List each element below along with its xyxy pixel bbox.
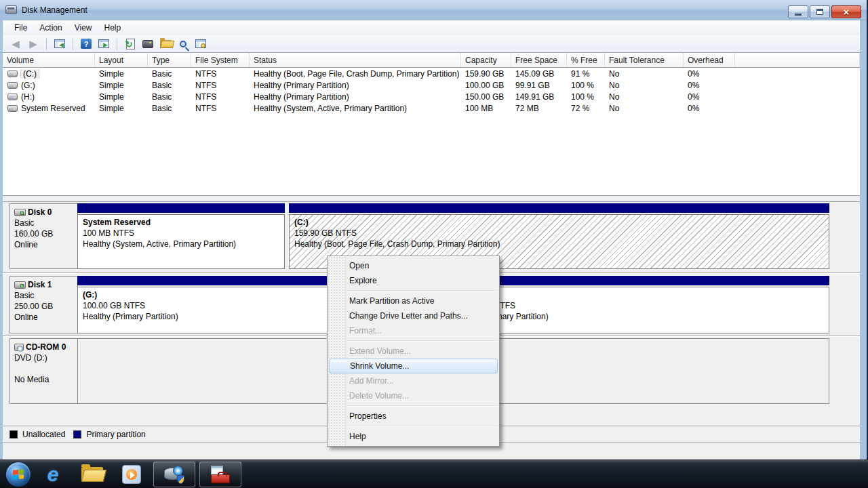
disk-settings-button[interactable]: [140, 37, 155, 51]
console-tree-button[interactable]: ◀: [52, 37, 67, 51]
disk-status: No Media: [14, 374, 73, 385]
folder-icon: [81, 467, 103, 482]
menu-separator: [347, 340, 498, 342]
menu-help[interactable]: Help: [98, 21, 127, 35]
cdrom0-label[interactable]: CD-ROM 0 DVD (D:) No Media: [9, 338, 78, 404]
partition-h[interactable]: (H:) 150.00 GB NTFS Healthy (Primary Par…: [448, 276, 829, 333]
start-button[interactable]: [5, 462, 31, 487]
type-cell: Basic: [148, 81, 191, 90]
taskbar-items: e: [0, 461, 241, 488]
fault-tolerance-cell: No: [605, 104, 684, 113]
volume-list-header: Volume Layout Type File System Status Ca…: [3, 53, 860, 68]
toolbox-icon: [210, 466, 231, 483]
menu-separator: [347, 426, 498, 427]
column-header-layout[interactable]: Layout: [95, 53, 148, 67]
pct-free-cell: 72 %: [567, 104, 605, 113]
media-player-icon: [122, 465, 141, 484]
title-bar[interactable]: Disk Management ×: [0, 0, 868, 20]
partition-title: (H:): [453, 289, 824, 300]
view-button[interactable]: [176, 37, 191, 51]
manage-console-button[interactable]: [193, 37, 208, 51]
volume-name: (C:): [21, 69, 39, 79]
volume-name: System Reserved: [21, 104, 85, 113]
capacity-cell: 159.90 GB: [461, 69, 511, 79]
volume-list-pane: Volume Layout Type File System Status Ca…: [3, 53, 860, 195]
taskbar: e ▲ × 10:32 AM 7/27/2019: [0, 460, 868, 488]
context-menu-mark-partition-active[interactable]: Mark Partition as Active: [328, 293, 499, 308]
open-folder-icon: [160, 40, 172, 48]
menu-file[interactable]: File: [8, 21, 33, 35]
disk-type: Basic: [14, 290, 73, 301]
taskbar-windows-explorer[interactable]: [75, 461, 110, 488]
free-space-cell: 72 MB: [511, 104, 567, 113]
column-header-type[interactable]: Type: [148, 53, 191, 67]
volume-row-g[interactable]: (G:) Simple Basic NTFS Healthy (Primary …: [3, 79, 860, 91]
status-cell: Healthy (System, Active, Primary Partiti…: [250, 104, 461, 113]
partition-status: Healthy (System, Active, Primary Partiti…: [83, 239, 279, 249]
type-cell: Basic: [148, 92, 191, 102]
column-header-volume[interactable]: Volume: [3, 53, 95, 67]
taskbar-disk-management-active[interactable]: [153, 462, 195, 487]
help-button[interactable]: ?: [79, 37, 94, 51]
windows-logo-icon: [13, 469, 24, 480]
layout-cell: Simple: [95, 69, 148, 79]
disk1-label[interactable]: Disk 1 Basic 250.00 GB Online: [9, 276, 78, 333]
column-header-overhead[interactable]: Overhead: [684, 53, 735, 67]
menu-action[interactable]: Action: [33, 21, 68, 35]
forward-button[interactable]: ▶: [26, 37, 41, 51]
overhead-cell: 0%: [684, 104, 735, 113]
capacity-cell: 150.00 GB: [461, 92, 511, 102]
disk-name: Disk 0: [28, 207, 52, 218]
toolbar-separator: [46, 38, 47, 50]
minimize-button[interactable]: [788, 5, 808, 18]
column-header-fault-tolerance[interactable]: Fault Tolerance: [605, 53, 684, 67]
action-pane-button[interactable]: ▶: [96, 37, 111, 51]
disk-name: CD-ROM 0: [26, 342, 66, 352]
column-header-free-space[interactable]: Free Space: [511, 53, 567, 67]
close-button[interactable]: ×: [831, 5, 861, 18]
maximize-button[interactable]: [810, 5, 830, 18]
legend-label: Primary partition: [86, 430, 145, 439]
pane-splitter[interactable]: [3, 195, 860, 202]
context-menu-open[interactable]: Open: [328, 258, 499, 273]
status-cell: Healthy (Boot, Page File, Crash Dump, Pr…: [250, 69, 461, 79]
free-space-cell: 145.09 GB: [511, 69, 567, 79]
taskbar-internet-explorer[interactable]: e: [35, 461, 71, 488]
taskbar-admin-tools-active[interactable]: [199, 462, 241, 487]
menu-view[interactable]: View: [68, 21, 98, 35]
maximize-icon: [816, 9, 823, 15]
file-system-cell: NTFS: [191, 69, 250, 79]
unallocated-swatch: [9, 430, 18, 439]
volume-row-system-reserved[interactable]: System Reserved Simple Basic NTFS Health…: [3, 102, 860, 114]
layout-cell: Simple: [95, 81, 148, 90]
context-menu-shrink-volume[interactable]: Shrink Volume...: [329, 359, 498, 373]
window-title: Disk Management: [22, 5, 87, 15]
back-button[interactable]: ◀: [8, 37, 23, 51]
file-system-cell: NTFS: [191, 104, 250, 113]
refresh-button[interactable]: ↻: [123, 37, 138, 51]
context-menu-change-drive-letter[interactable]: Change Drive Letter and Paths...: [328, 308, 499, 323]
partition-system-reserved[interactable]: System Reserved 100 MB NTFS Healthy (Sys…: [77, 203, 285, 269]
context-menu-help[interactable]: Help: [328, 429, 499, 444]
taskbar-media-player[interactable]: [114, 461, 149, 488]
action-pane-icon: ▶: [98, 39, 109, 48]
disk-name: Disk 1: [28, 279, 52, 290]
legend-primary-partition: Primary partition: [73, 430, 145, 439]
disk-status: Online: [14, 239, 73, 250]
column-header-pct-free[interactable]: % Free: [567, 53, 605, 67]
column-header-status[interactable]: Status: [250, 53, 461, 67]
open-folder-button[interactable]: [158, 37, 173, 51]
capacity-cell: 100.00 GB: [461, 81, 511, 90]
column-header-capacity[interactable]: Capacity: [461, 53, 511, 67]
disk-type: Basic: [14, 218, 73, 228]
toolbar: ◀ ▶ ◀ ? ▶ ↻: [3, 35, 860, 53]
partition-size: 100 MB NTFS: [83, 228, 279, 239]
context-menu-properties[interactable]: Properties: [328, 409, 499, 424]
disk0-label[interactable]: Disk 0 Basic 160.00 GB Online: [9, 203, 78, 269]
column-header-file-system[interactable]: File System: [191, 53, 250, 67]
disk-icon: [14, 281, 26, 289]
context-menu-explore[interactable]: Explore: [328, 273, 499, 288]
volume-row-h[interactable]: (H:) Simple Basic NTFS Healthy (Primary …: [3, 91, 860, 102]
volume-row-c[interactable]: (C:) Simple Basic NTFS Healthy (Boot, Pa…: [3, 68, 860, 79]
free-space-cell: 99.91 GB: [511, 81, 567, 90]
